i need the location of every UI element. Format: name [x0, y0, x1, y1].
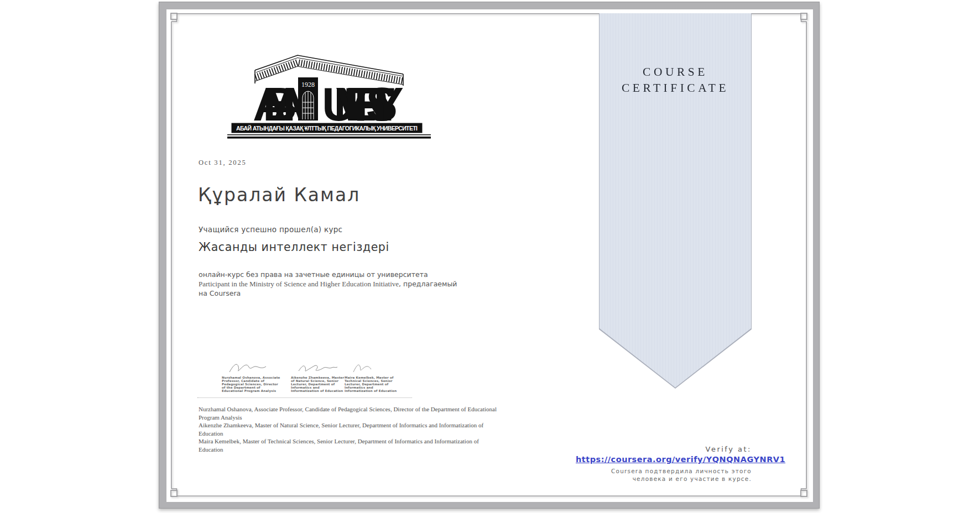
completion-statement: Учащийся успешно прошел(а) курс: [199, 225, 342, 234]
logo-banner: АБАЙ АТЫНДАҒЫ ҚАЗАҚ ҰЛТТЫҚ ПЕДАГОГИКАЛЫҚ…: [232, 123, 422, 133]
verify-section: Verify at: https://coursera.org/verify/Y…: [576, 445, 752, 483]
description-en: Participant in the Ministry of Science a…: [199, 280, 399, 288]
signatory-credential: Maira Kemelbek, Master of Technical Scie…: [345, 376, 398, 392]
credential-line: Aikenzhe Zhamkeeva, Master of Natural Sc…: [199, 421, 502, 437]
logo-rule-thick: [227, 137, 431, 139]
certificate-paper: ABAI 1928: [166, 9, 813, 502]
signatory-credential: Aikenzhe Zhamkeeva, Master of Natural Sc…: [291, 376, 348, 392]
certificate-page: ABAI 1928: [0, 0, 980, 513]
signatory-credentials-list: Nurzhamal Oshanova, Associate Professor,…: [199, 405, 502, 454]
recipient-name: Құралай Камал: [198, 184, 360, 207]
signatory-credential: Nurzhamal Oshanova, Associate Professor,…: [222, 376, 283, 392]
signature-icon: [222, 362, 283, 376]
course-description: онлайн-курс без права на зачетные единиц…: [199, 270, 460, 298]
signatory-block: Maira Kemelbek, Master of Technical Scie…: [345, 362, 398, 392]
ribbon-title: COURSE CERTIFICATE: [599, 64, 752, 96]
logo-rule-thin: [227, 134, 431, 135]
credential-line: Nurzhamal Oshanova, Associate Professor,…: [199, 405, 502, 421]
verify-link[interactable]: https://coursera.org/verify/YQNQNAGYNRV1: [576, 455, 785, 464]
signature-icon: [345, 362, 398, 376]
certificate-frame: ABAI 1928: [159, 2, 820, 509]
verify-label: Verify at:: [576, 445, 752, 453]
logo-year-text: 1928: [301, 81, 315, 88]
credential-line: Maira Kemelbek, Master of Technical Scie…: [199, 437, 502, 453]
verify-note: Coursera подтвердила личность этого чело…: [576, 468, 752, 483]
university-logo: ABAI 1928: [226, 53, 431, 140]
logo-university-text: UNIVERSITY: [322, 77, 404, 130]
signatory-block: Nurzhamal Oshanova, Associate Professor,…: [222, 362, 283, 392]
logo-column: 1928: [298, 77, 318, 121]
course-title: Жасанды интеллект негіздері: [199, 240, 389, 254]
description-ru-1: онлайн-курс без права на зачетные единиц…: [199, 270, 428, 279]
ribbon-title-line2: CERTIFICATE: [599, 80, 752, 96]
signature-divider: [197, 397, 412, 398]
certificate-ribbon: COURSE CERTIFICATE: [599, 13, 752, 389]
issue-date: Oct 31, 2025: [199, 159, 247, 167]
signatory-block: Aikenzhe Zhamkeeva, Master of Natural Sc…: [291, 362, 348, 392]
signature-icon: [291, 362, 348, 376]
ribbon-title-line1: COURSE: [599, 64, 752, 80]
logo-banner-text: АБАЙ АТЫНДАҒЫ ҚАЗАҚ ҰЛТТЫҚ ПЕДАГОГИКАЛЫҚ…: [236, 125, 418, 132]
